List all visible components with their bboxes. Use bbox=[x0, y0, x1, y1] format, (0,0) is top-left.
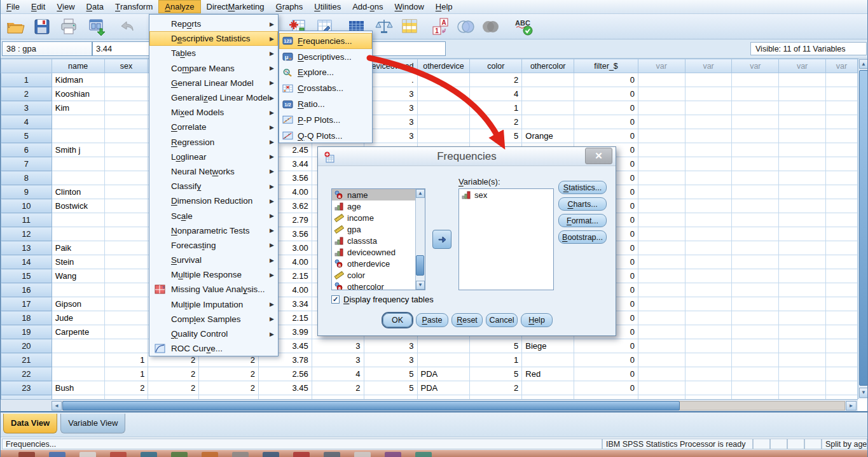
cell[interactable] bbox=[779, 185, 826, 199]
cell[interactable]: Bush bbox=[52, 381, 104, 395]
cell[interactable] bbox=[779, 283, 826, 297]
cell[interactable]: Kim bbox=[52, 101, 104, 115]
cell[interactable] bbox=[104, 241, 148, 255]
analyze-menu-item-quality-control[interactable]: Quality Control▶ bbox=[149, 327, 278, 341]
taskbar-app-icon[interactable] bbox=[202, 452, 218, 457]
cell[interactable] bbox=[522, 87, 574, 101]
cell[interactable] bbox=[522, 353, 574, 367]
analyze-menu-item-general-linear-model[interactable]: General Linear Model▶ bbox=[149, 76, 278, 90]
analyze-menu-item-correlate[interactable]: Correlate▶ bbox=[149, 120, 278, 134]
column-header-color[interactable]: color bbox=[470, 59, 522, 73]
cell[interactable] bbox=[825, 339, 857, 353]
taskbar-app-icon[interactable] bbox=[79, 452, 96, 457]
row-header-5[interactable]: 5 bbox=[1, 129, 52, 143]
cell[interactable] bbox=[685, 269, 732, 283]
row-header-17[interactable]: 17 bbox=[1, 297, 52, 311]
cell[interactable]: 0 bbox=[574, 339, 638, 353]
row-header-7[interactable]: 7 bbox=[1, 157, 52, 171]
cell[interactable]: Gipson bbox=[52, 297, 104, 311]
weight-cases-icon[interactable] bbox=[373, 16, 395, 38]
cell[interactable]: 2 bbox=[312, 381, 364, 395]
menubar-item-utilities[interactable]: Utilities bbox=[308, 0, 347, 13]
variable-item-othercolor[interactable]: aothercolor bbox=[332, 281, 425, 290]
cell[interactable] bbox=[638, 101, 685, 115]
scroll-left-button[interactable]: ◄ bbox=[52, 401, 62, 411]
cell[interactable] bbox=[825, 325, 857, 339]
cell[interactable] bbox=[825, 311, 857, 325]
cell[interactable]: Carpente bbox=[52, 325, 104, 339]
row-header-4[interactable]: 4 bbox=[1, 115, 52, 129]
analyze-menu-item-mixed-models[interactable]: Mixed Models▶ bbox=[149, 105, 278, 120]
cell[interactable] bbox=[417, 115, 470, 129]
print-icon[interactable] bbox=[58, 16, 79, 38]
cell[interactable] bbox=[732, 241, 779, 255]
paste-button[interactable]: Paste bbox=[416, 313, 448, 327]
cell[interactable] bbox=[779, 213, 826, 227]
scroll-right-button[interactable]: ► bbox=[846, 401, 857, 411]
cell[interactable] bbox=[104, 171, 148, 185]
analyze-menu-item-tables[interactable]: Tables▶ bbox=[149, 46, 278, 60]
cell[interactable] bbox=[779, 269, 826, 283]
column-header-var[interactable]: var bbox=[638, 59, 685, 73]
cell[interactable] bbox=[52, 339, 104, 353]
cell[interactable] bbox=[732, 297, 779, 311]
cell[interactable] bbox=[638, 171, 685, 185]
cell[interactable] bbox=[104, 213, 148, 227]
cell[interactable]: 2 bbox=[199, 381, 259, 395]
row-header-22[interactable]: 22 bbox=[1, 367, 52, 381]
column-header-name[interactable]: name bbox=[52, 59, 104, 73]
cell[interactable] bbox=[732, 269, 779, 283]
cell[interactable] bbox=[104, 129, 148, 143]
variable-item-income[interactable]: income bbox=[332, 212, 425, 223]
submenu-item-p-p-plots[interactable]: P-P Plots... bbox=[279, 112, 372, 128]
analyze-menu-item-compare-means[interactable]: Compare Means▶ bbox=[149, 61, 278, 76]
taskbar-app-icon[interactable] bbox=[232, 452, 249, 457]
variable-item-otherdevice[interactable]: aotherdevice bbox=[332, 258, 425, 269]
cell[interactable] bbox=[825, 185, 857, 199]
cell[interactable] bbox=[638, 339, 685, 353]
cell[interactable]: 1 bbox=[104, 353, 148, 367]
variable-item-color[interactable]: color bbox=[332, 269, 425, 281]
row-header-6[interactable]: 6 bbox=[1, 143, 52, 157]
cell[interactable]: Smith j bbox=[52, 143, 104, 157]
row-header-12[interactable]: 12 bbox=[1, 227, 52, 241]
analyze-menu-item-nonparametric-tests[interactable]: Nonparametric Tests▶ bbox=[149, 223, 278, 238]
cell[interactable]: Bostwick bbox=[52, 199, 104, 213]
cell[interactable] bbox=[685, 199, 732, 213]
cell[interactable]: 5 bbox=[364, 367, 417, 381]
row-header-19[interactable]: 19 bbox=[1, 325, 52, 339]
row-header-9[interactable]: 9 bbox=[1, 185, 52, 199]
cell[interactable] bbox=[638, 199, 685, 213]
cell[interactable] bbox=[779, 143, 826, 157]
cell[interactable]: Wang bbox=[52, 269, 104, 283]
menubar-item-analyze[interactable]: Analyze bbox=[158, 0, 200, 13]
cell[interactable]: 0 bbox=[574, 87, 638, 101]
use-variable-sets-icon[interactable] bbox=[455, 16, 476, 38]
submenu-item-q-q-plots[interactable]: Q-Q Plots... bbox=[279, 128, 372, 144]
cell[interactable] bbox=[685, 87, 732, 101]
column-header-sex[interactable]: sex bbox=[104, 59, 148, 73]
cell[interactable] bbox=[779, 241, 826, 255]
cell[interactable] bbox=[779, 73, 826, 87]
analyze-menu-item-forecasting[interactable]: Forecasting▶ bbox=[149, 238, 278, 253]
cell[interactable] bbox=[417, 73, 470, 87]
source-list-scrollbar[interactable]: ▲ ▼ bbox=[415, 189, 425, 290]
scroll-up-button[interactable]: ▲ bbox=[859, 59, 868, 69]
move-variable-button[interactable] bbox=[432, 230, 451, 249]
cell[interactable] bbox=[685, 241, 732, 255]
cell[interactable]: 3 bbox=[312, 339, 364, 353]
cell[interactable]: 3 bbox=[364, 353, 417, 367]
analyze-menu-item-neural-networks[interactable]: Neural Networks▶ bbox=[149, 164, 278, 179]
cell[interactable] bbox=[825, 297, 857, 311]
cell[interactable]: PDA bbox=[417, 381, 470, 395]
menubar-item-data[interactable]: Data bbox=[81, 0, 109, 13]
cell[interactable] bbox=[825, 171, 857, 185]
dialog-title-bar[interactable]: Frequencies bbox=[318, 147, 616, 166]
tab-variable-view[interactable]: Variable View bbox=[60, 414, 125, 433]
cell[interactable] bbox=[732, 353, 779, 367]
cell[interactable] bbox=[825, 367, 857, 381]
cell[interactable] bbox=[104, 115, 148, 129]
menubar-item-help[interactable]: Help bbox=[430, 0, 458, 13]
row-header-13[interactable]: 13 bbox=[1, 241, 52, 255]
cell[interactable]: 1 bbox=[470, 353, 522, 367]
